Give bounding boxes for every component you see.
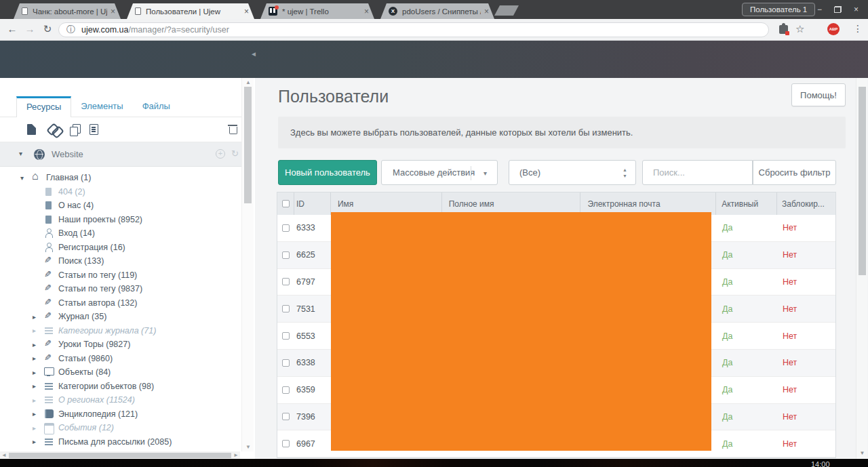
tab-close-icon[interactable]: × <box>244 7 249 16</box>
pencil-icon <box>43 312 57 321</box>
user-group-filter-select[interactable]: (Все) ▲▼ <box>509 160 636 185</box>
tree-caret-icon[interactable] <box>33 354 43 362</box>
search-input[interactable] <box>642 160 753 185</box>
tree-item[interactable]: Статьи по тегу (119) <box>0 268 241 283</box>
tree-caret-icon[interactable] <box>20 174 31 182</box>
tab-close-icon[interactable]: × <box>484 7 489 16</box>
tab-close-icon[interactable]: × <box>364 7 369 16</box>
column-header[interactable]: Активный <box>716 192 777 215</box>
tree-item[interactable]: Статьи (9860) <box>0 352 241 366</box>
tree-item[interactable]: 404 (2) <box>0 185 241 199</box>
scrollbar-thumb[interactable] <box>244 87 252 203</box>
new-tab-button[interactable] <box>494 5 519 16</box>
tree-caret-icon[interactable] <box>33 438 43 445</box>
select-all-checkbox[interactable] <box>282 200 290 207</box>
extension-puzzle-icon[interactable] <box>779 25 788 34</box>
close-icon[interactable]: × <box>847 2 865 16</box>
tree-item[interactable]: Письма для рассылки (2085) <box>0 435 241 449</box>
tree-caret-icon[interactable] <box>33 382 43 390</box>
browser-tab[interactable]: pdoUsers / Сниппеты / × <box>380 3 494 19</box>
sidebar-tab[interactable]: Файлы <box>133 96 180 117</box>
tab-close-icon[interactable]: × <box>111 7 115 16</box>
tree-item[interactable]: Журнал (35) <box>0 310 241 324</box>
column-header[interactable]: Заблокир... <box>777 192 835 215</box>
static-resource-icon[interactable] <box>90 124 98 135</box>
sidebar-horizontal-scrollbar[interactable]: ◄ ► <box>0 451 240 459</box>
sidebar-collapse-icon[interactable]: ◄ <box>250 50 257 58</box>
tree-item[interactable]: Энциклопедия (121) <box>0 407 241 422</box>
tree-item[interactable]: О нас (4) <box>0 199 241 213</box>
forward-icon[interactable]: → <box>23 23 37 35</box>
back-icon[interactable]: ← <box>5 23 19 35</box>
scroll-down-icon[interactable]: ▼ <box>242 444 254 450</box>
row-checkbox[interactable] <box>282 332 290 340</box>
row-checkbox[interactable] <box>282 251 290 259</box>
scrollbar-thumb[interactable] <box>9 453 231 458</box>
scrollbar-thumb[interactable] <box>859 87 866 275</box>
tree-caret-icon[interactable] <box>33 327 43 334</box>
row-checkbox[interactable] <box>282 413 290 420</box>
row-checkbox[interactable] <box>282 440 290 447</box>
tree-item[interactable]: Статьи по тегу (9837) <box>0 282 241 296</box>
column-header[interactable]: ID <box>294 192 331 215</box>
tree-item[interactable]: Наши проекты (8952) <box>0 213 241 227</box>
browser-menu-icon[interactable]: ⋮ <box>853 23 863 34</box>
weblink-icon[interactable] <box>49 124 61 135</box>
minimize-icon[interactable]: − <box>810 2 829 16</box>
tree-item[interactable]: Регистрация (16) <box>0 241 241 255</box>
tree-caret-icon[interactable] <box>33 410 43 418</box>
scroll-up-icon[interactable]: ▲ <box>242 79 254 85</box>
browser-tab[interactable]: Пользователи | Ujew × <box>127 3 254 19</box>
help-button[interactable]: Помощь! <box>791 83 846 106</box>
scroll-right-icon[interactable]: ► <box>233 451 239 459</box>
row-checkbox[interactable] <box>282 305 290 312</box>
browser-tab[interactable]: * ujew | Trello × <box>260 3 374 19</box>
bookmark-star-icon[interactable]: ☆ <box>795 23 804 35</box>
scroll-left-icon[interactable]: ◄ <box>1 451 7 459</box>
tree-item[interactable]: События (12) <box>0 421 241 435</box>
row-checkbox[interactable] <box>282 386 290 394</box>
tree-caret-icon[interactable] <box>33 369 43 376</box>
scroll-down-icon[interactable]: ▼ <box>856 450 868 456</box>
tree-item[interactable]: Вход (14) <box>0 226 241 241</box>
page-vertical-scrollbar[interactable]: ▼ <box>856 78 867 459</box>
tree-item[interactable]: Статьи автора (132) <box>0 296 241 310</box>
chevron-down-icon[interactable] <box>484 169 487 177</box>
browser-tab[interactable]: Чанк: about-more | Ujew × <box>14 3 121 19</box>
new-document-icon[interactable] <box>27 124 36 135</box>
sidebar-vertical-scrollbar[interactable]: ▲ ▼ <box>241 78 254 451</box>
new-user-button[interactable]: Новый пользователь <box>278 160 377 185</box>
row-checkbox[interactable] <box>282 278 290 285</box>
clear-filter-button[interactable]: Сбросить фильтр <box>753 160 836 185</box>
trash-icon[interactable] <box>229 124 237 134</box>
symlink-icon[interactable] <box>70 124 80 135</box>
tree-item[interactable]: Категории журнала (71) <box>0 324 241 338</box>
tree-caret-icon[interactable] <box>33 341 43 348</box>
tree-item[interactable]: Поиск (133) <box>0 254 241 268</box>
row-checkbox[interactable] <box>282 224 290 232</box>
tree-item[interactable]: О регионах (11524) <box>0 393 241 407</box>
bulk-actions-button[interactable]: Массовые действия <box>381 160 498 185</box>
tree-caret-icon[interactable] <box>33 424 43 432</box>
chevron-down-icon[interactable]: ▾ <box>19 150 22 157</box>
adblock-icon[interactable]: ABP <box>827 23 840 35</box>
tree-item[interactable]: Уроки Торы (9827) <box>0 338 241 352</box>
reload-icon[interactable]: ↻ <box>41 23 54 35</box>
restore-icon[interactable] <box>829 2 847 16</box>
add-resource-icon[interactable] <box>216 149 225 159</box>
redaction-overlay <box>331 212 711 451</box>
tree-item[interactable]: Объекты (84) <box>0 365 241 380</box>
address-bar[interactable]: ⓘ ujew.com.ua/manager/?a=security/user <box>58 22 769 37</box>
tree-item[interactable]: Категории объектов (98) <box>0 380 241 394</box>
tree-caret-icon[interactable] <box>33 397 43 404</box>
intro-panel: Здесь вы можете выбрать пользователей, д… <box>278 117 846 148</box>
row-checkbox[interactable] <box>282 359 290 367</box>
page-info-icon[interactable]: ⓘ <box>66 24 75 36</box>
sidebar-tab[interactable]: Ресурсы <box>16 96 71 117</box>
sidebar-tab[interactable]: Элементы <box>71 96 132 117</box>
tree-item[interactable]: Главная (1) <box>0 171 241 185</box>
refresh-icon[interactable]: ↻ <box>231 148 239 159</box>
tree-caret-icon[interactable] <box>33 313 43 321</box>
browser-profile-button[interactable]: Пользователь 1 <box>742 3 815 16</box>
tree-root-row[interactable]: ▾ Website ↻ <box>0 142 241 167</box>
